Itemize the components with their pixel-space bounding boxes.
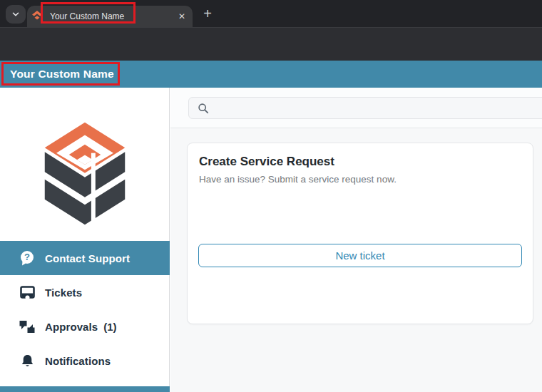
tab-close-icon[interactable]: ✕ (176, 11, 188, 22)
browser-toolbar: lancompilot.deskdirector.com/portal/v2/r… (0, 27, 542, 61)
browser-tab[interactable]: Your Custom Name ✕ (27, 6, 193, 27)
card-title: Create Service Request (199, 155, 334, 169)
sidebar-item-notifications[interactable]: Notifications (0, 344, 170, 378)
chevron-down-icon (11, 9, 21, 19)
tab-search-button[interactable] (6, 5, 26, 24)
deskdirector-favicon-icon (31, 9, 43, 21)
sidebar-item-approvals[interactable]: Approvals (1) (0, 309, 170, 344)
search-input[interactable] (215, 97, 542, 119)
search-bar[interactable] (188, 97, 542, 119)
sidebar-item-label: Approvals (45, 321, 98, 333)
approvals-count-badge: (1) (103, 321, 116, 333)
sidebar-item-tickets[interactable]: Tickets (0, 275, 170, 309)
new-tab-button[interactable]: + (198, 4, 217, 23)
screen: Your Custom Name ✕ + lancompilot.deskdir… (0, 0, 542, 392)
sidebar: ? Contact Support Tickets (0, 88, 170, 392)
create-service-request-card: Create Service Request Have an issue? Su… (187, 143, 533, 324)
new-ticket-button[interactable]: New ticket (198, 244, 522, 267)
search-section (170, 88, 542, 128)
app-header-title: Your Custom Name (10, 61, 114, 88)
content-area: Create Service Request Have an issue? Su… (170, 128, 542, 392)
card-description: Have an issue? Submit a service request … (199, 174, 397, 185)
browser-tabstrip: Your Custom Name ✕ + (0, 0, 542, 27)
app-header: Your Custom Name (0, 61, 542, 88)
ticket-screen-icon (19, 284, 35, 300)
svg-text:?: ? (24, 252, 30, 262)
sidebar-item-contact-support[interactable]: ? Contact Support (0, 241, 170, 275)
approvals-quotes-icon (19, 319, 35, 334)
sidebar-item-label: Contact Support (45, 252, 130, 264)
sidebar-item-label: Tickets (45, 287, 82, 299)
tab-title: Your Custom Name (50, 6, 124, 27)
sidebar-bottom-active-strip (0, 386, 170, 392)
sidebar-item-label: Notifications (45, 355, 111, 367)
help-bubble-icon: ? (19, 250, 35, 266)
search-icon (198, 103, 209, 114)
deskdirector-logo (32, 121, 138, 228)
main-content: Create Service Request Have an issue? Su… (170, 88, 542, 392)
app-body: ? Contact Support Tickets (0, 88, 542, 392)
sidebar-nav: ? Contact Support Tickets (0, 241, 170, 378)
bell-icon (19, 353, 35, 368)
